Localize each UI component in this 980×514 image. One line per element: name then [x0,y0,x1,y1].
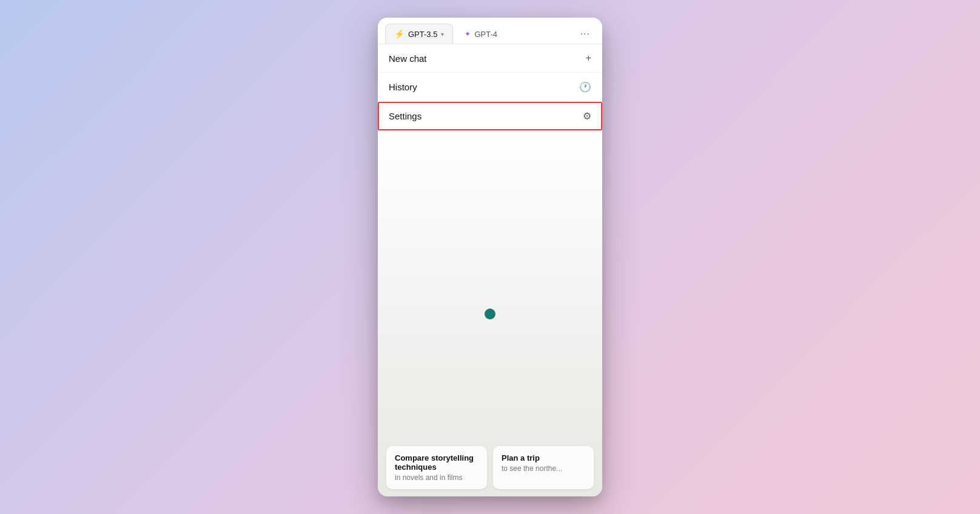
trip-title: Plan a trip [502,453,585,462]
dropdown-menu: New chat + History 🕐 Settings ⚙ [378,44,602,131]
tab-bar: ⚡ GPT-3.5 ▾ ✦ GPT-4 ··· [378,18,602,44]
app-window: ⚡ GPT-3.5 ▾ ✦ GPT-4 ··· New chat + Histo… [378,18,602,496]
history-item[interactable]: History 🕐 [378,73,602,102]
more-button[interactable]: ··· [576,25,595,43]
main-content: Compare storytelling techniques in novel… [378,131,602,496]
history-label: History [389,82,417,92]
plus-icon: + [586,53,591,64]
new-chat-label: New chat [389,53,427,64]
loading-dot [485,309,495,319]
lightning-icon: ⚡ [394,29,404,39]
suggestion-trip[interactable]: Plan a trip to see the northe... [493,446,594,489]
sparkle-icon: ✦ [465,30,471,38]
tab-gpt4-label: GPT-4 [474,30,497,39]
gear-icon: ⚙ [583,110,591,122]
suggestion-compare[interactable]: Compare storytelling techniques in novel… [386,446,487,489]
chevron-down-icon: ▾ [441,31,444,38]
compare-subtitle: in novels and in films [395,473,478,482]
suggestion-bar: Compare storytelling techniques in novel… [378,436,602,496]
compare-title: Compare storytelling techniques [395,453,478,472]
new-chat-item[interactable]: New chat + [378,44,602,73]
tab-gpt35[interactable]: ⚡ GPT-3.5 ▾ [385,24,453,44]
settings-item[interactable]: Settings ⚙ [378,102,602,130]
settings-label: Settings [389,111,421,121]
tab-gpt35-label: GPT-3.5 [408,30,437,39]
tab-gpt4[interactable]: ✦ GPT-4 [455,24,506,44]
clock-icon: 🕐 [579,81,591,93]
trip-subtitle: to see the northe... [502,464,585,473]
